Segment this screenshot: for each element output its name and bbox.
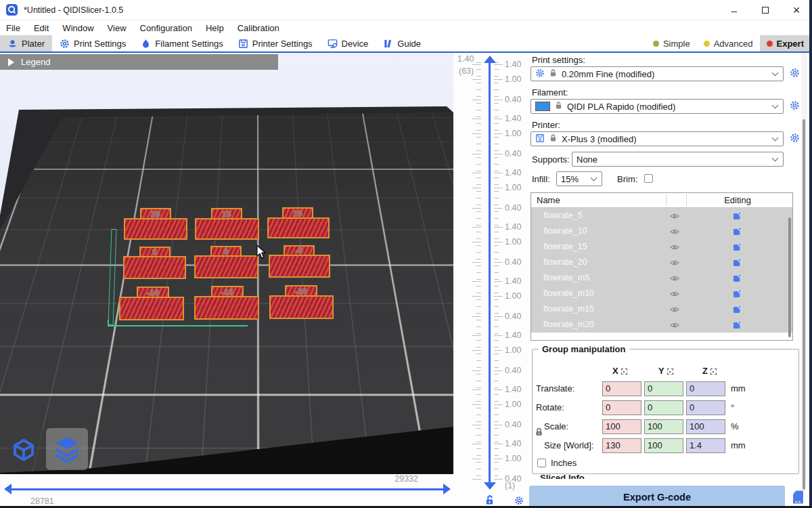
preview-viewport[interactable]: 20151050-5-10-15-20 Legend (0, 53, 453, 508)
calibration-patch-tab--5[interactable]: -5 (284, 245, 315, 255)
edit-object-icon[interactable] (733, 274, 742, 284)
tab-device[interactable]: Device (320, 35, 376, 51)
export-gcode-button[interactable]: Export G-code (529, 486, 785, 508)
menu-configuration[interactable]: Configuration (133, 22, 199, 35)
filament-combo[interactable]: QIDI PLA Rapido (modified) (531, 99, 784, 114)
mode-simple[interactable]: Simple (646, 35, 697, 51)
calibration-patch-15[interactable] (195, 218, 259, 240)
supports-select[interactable]: None (572, 152, 784, 167)
eye-icon[interactable] (670, 320, 679, 332)
print-settings-gear-button[interactable] (788, 66, 801, 81)
calibration-patch-tab-20[interactable]: 20 (140, 208, 171, 218)
gcode-move-slider[interactable]: 29332 28781 (0, 474, 453, 508)
gm-size--world---y-input[interactable]: 100 (644, 438, 683, 453)
object-row-flowrate_m5[interactable]: flowrate_m5 (531, 270, 792, 286)
layer-slider-track[interactable] (489, 62, 491, 482)
close-button[interactable]: × (781, 0, 812, 20)
calibration-patch-10[interactable] (267, 217, 330, 238)
edit-object-icon[interactable] (733, 227, 742, 238)
calibration-patch-tab-0[interactable]: 0 (210, 246, 242, 255)
object-row-flowrate_10[interactable]: flowrate_10 (531, 224, 792, 239)
layer-slider[interactable]: 1.40 (63) 1.401.000.401.401.000.401.401.… (453, 53, 529, 508)
gm-size--world---z-input[interactable]: 1.4 (686, 438, 725, 453)
gm-rotate--x-input[interactable]: 0 (602, 400, 641, 415)
calibration-patch-tab-10[interactable]: 10 (282, 207, 313, 217)
mode-advanced[interactable]: Advanced (697, 35, 760, 51)
edit-object-icon[interactable] (733, 242, 742, 253)
calibration-patch-20[interactable] (124, 218, 187, 240)
calibration-patch--5[interactable] (269, 255, 330, 278)
tab-filament-settings[interactable]: Filament Settings (133, 35, 230, 51)
move-slider-right-handle[interactable] (443, 484, 451, 494)
column-header-name[interactable]: Name (537, 195, 560, 205)
infill-select[interactable]: 15% (556, 171, 602, 186)
calibration-patch-tab--15[interactable]: -15 (211, 286, 244, 296)
menu-view[interactable]: View (101, 22, 133, 35)
eye-icon[interactable] (670, 227, 679, 238)
gm-scale--z-input[interactable]: 100 (686, 419, 725, 434)
inches-checkbox[interactable] (537, 459, 546, 467)
edit-object-icon[interactable] (733, 320, 742, 331)
object-row-flowrate_5[interactable]: flowrate_5 (531, 208, 792, 224)
preview-layers-view-button[interactable] (46, 428, 88, 470)
object-row-flowrate_20[interactable]: flowrate_20 (531, 255, 792, 270)
edit-object-icon[interactable] (733, 211, 742, 222)
print-settings-combo[interactable]: 0.20mm Fine (modified) (531, 66, 784, 81)
printer-combo[interactable]: X-Plus 3 (modified) (531, 131, 784, 146)
object-row-flowrate_m10[interactable]: flowrate_m10 (531, 286, 792, 301)
calibration-patch--15[interactable] (194, 296, 259, 320)
menu-calibration[interactable]: Calibration (231, 22, 286, 35)
object-row-flowrate_m20[interactable]: flowrate_m20 (531, 317, 792, 333)
gm-translate--y-input[interactable]: 0 (644, 381, 683, 396)
tab-printer-settings[interactable]: Printer Settings (231, 35, 320, 51)
filament-gear-button[interactable] (788, 99, 801, 114)
uniform-scale-lock-icon[interactable] (535, 427, 543, 439)
gm-rotate--y-input[interactable]: 0 (644, 400, 683, 415)
object-list-scrollbar[interactable] (788, 217, 791, 337)
eye-icon[interactable] (670, 305, 679, 316)
column-header-editing[interactable]: Editing (704, 195, 771, 205)
gm-size--world---x-input[interactable]: 130 (602, 438, 641, 453)
edit-object-icon[interactable] (733, 289, 742, 300)
move-slider-track[interactable] (11, 488, 444, 490)
calibration-patch-tab--20[interactable]: -20 (285, 285, 317, 295)
eye-icon[interactable] (670, 242, 679, 254)
layer-slider-bottom-handle[interactable] (484, 482, 496, 490)
tab-print-settings[interactable]: Print Settings (52, 35, 133, 51)
eye-icon[interactable] (670, 211, 679, 223)
eye-icon[interactable] (670, 274, 679, 285)
menu-help[interactable]: Help (199, 22, 231, 35)
object-row-flowrate_m15[interactable]: flowrate_m15 (531, 301, 792, 317)
editor-3d-view-button[interactable] (3, 428, 45, 470)
eye-icon[interactable] (670, 258, 679, 270)
legend-collapsed-bar[interactable]: Legend (0, 54, 278, 70)
tab-plater[interactable]: Plater (0, 35, 52, 51)
calibration-patch--10[interactable] (119, 297, 184, 320)
gm-scale--y-input[interactable]: 100 (644, 419, 683, 434)
edit-object-icon[interactable] (733, 305, 742, 316)
calibration-patch-tab--10[interactable]: -10 (137, 287, 169, 297)
calibration-patch-tab-15[interactable]: 15 (211, 208, 242, 218)
move-slider-left-handle[interactable] (4, 484, 12, 494)
gm-translate--x-input[interactable]: 0 (602, 381, 641, 396)
calibration-patch-0[interactable] (194, 255, 258, 278)
eye-icon[interactable] (670, 289, 679, 301)
edit-object-icon[interactable] (733, 258, 742, 269)
menu-file[interactable]: File (0, 22, 27, 35)
printer-gear-button[interactable] (788, 131, 801, 146)
calibration-patch-tab-5[interactable]: 5 (139, 247, 171, 256)
layer-slider-top-handle[interactable] (484, 56, 496, 63)
minimize-button[interactable]: – (719, 0, 750, 20)
menu-window[interactable]: Window (55, 22, 100, 35)
tab-guide[interactable]: Guide (376, 35, 428, 51)
calibration-patch--20[interactable] (269, 295, 334, 319)
sidebar-scrollbar-thumb[interactable] (803, 119, 805, 490)
maximize-button[interactable] (750, 0, 781, 20)
gm-rotate--z-input[interactable]: 0 (686, 400, 725, 415)
mode-expert[interactable]: Expert (760, 35, 811, 51)
brim-checkbox[interactable] (644, 174, 653, 183)
menu-edit[interactable]: Edit (27, 22, 55, 35)
gm-translate--z-input[interactable]: 0 (686, 381, 725, 396)
gm-scale--x-input[interactable]: 100 (602, 419, 641, 434)
object-row-flowrate_15[interactable]: flowrate_15 (531, 239, 792, 255)
